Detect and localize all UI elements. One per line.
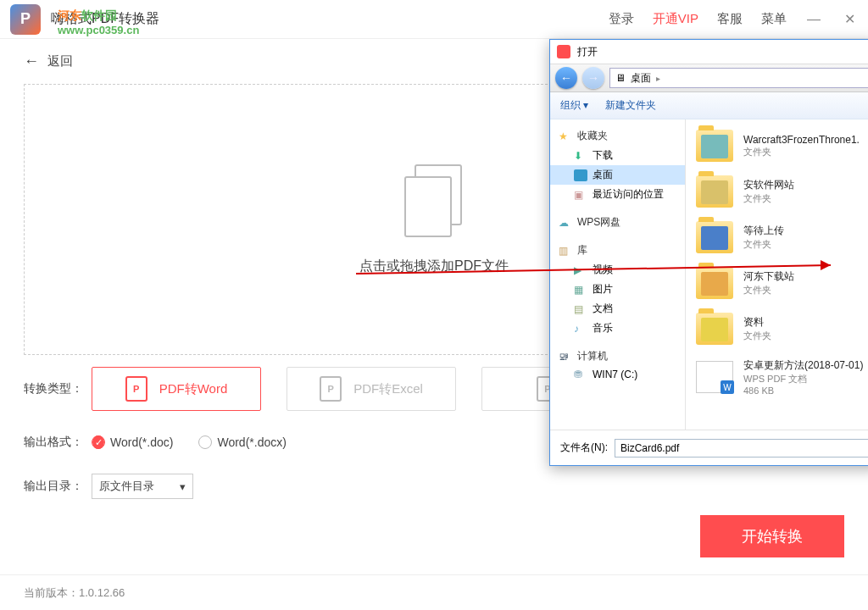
file-name: 等待上传 [743,224,784,238]
recent-icon: ▣ [574,189,587,201]
file-stack-icon [404,164,464,241]
image-icon: ▦ [574,284,587,296]
file-meta: WPS PDF 文档 [743,373,863,385]
music-icon: ♪ [574,323,587,335]
folder-tree: ★收藏夹 ⬇下载 桌面 ▣最近访问的位置 ☁WPS网盘 ▥库 ▶视频 ▦图片 ▤… [550,119,686,430]
radio-docx[interactable]: Word(*.docx) [198,435,286,449]
dialog-nav: ← → 🖥 桌面 ▸ [550,64,868,92]
close-button[interactable]: ✕ [841,11,858,28]
tree-c-drive[interactable]: ⛃WIN7 (C:) [550,366,685,383]
radio-doc[interactable]: Word(*.doc) [92,435,173,449]
file-size: 486 KB [743,385,863,396]
folder-icon [696,221,733,253]
pdf-file-icon [696,361,733,393]
chevron-down-icon: ▾ [180,480,186,493]
file-name: 河东下载站 [743,269,794,284]
file-row[interactable]: 安软件网站文件夹 [686,169,868,214]
download-icon: ⬇ [574,150,587,162]
library-icon: ▥ [559,245,572,257]
tree-music[interactable]: ♪音乐 [550,319,685,338]
nav-forward-button[interactable]: → [582,67,604,89]
filename-input[interactable] [615,439,868,458]
desktop-path-icon: 🖥 [615,72,626,84]
output-dir-label: 输出目录： [24,479,92,494]
tree-recent[interactable]: ▣最近访问的位置 [550,185,685,204]
file-row[interactable]: 等待上传文件夹 [686,214,868,260]
tree-desktop[interactable]: 桌面 [550,165,685,185]
tree-pictures[interactable]: ▦图片 [550,280,685,299]
radio-unchecked-icon [198,435,212,449]
file-meta: 文件夹 [743,284,794,297]
filename-label: 文件名(N): [560,441,608,455]
convert-type-label: 转换类型： [24,381,92,396]
drive-icon: ⛃ [574,369,587,380]
pdf-app-icon [557,45,570,58]
nav-back-button[interactable]: ← [555,67,577,89]
tree-documents[interactable]: ▤文档 [550,299,685,319]
tree-favorites[interactable]: ★收藏夹 [550,126,685,146]
watermark: 河东软件园 www.pc0359.cn [58,8,139,36]
type-pdf-to-word[interactable]: P PDF转Word [92,367,261,411]
file-name: 安卓更新方法(2018-07-01) [743,358,863,373]
file-meta: 文件夹 [743,192,794,205]
tree-wps[interactable]: ☁WPS网盘 [550,213,685,232]
file-meta: 文件夹 [743,330,771,342]
star-icon: ★ [559,130,572,142]
menu-link[interactable]: 菜单 [761,11,787,27]
file-row[interactable]: 资料文件夹 [686,306,868,352]
document-icon: ▤ [574,303,587,315]
chevron-right-icon: ▸ [656,74,660,83]
login-link[interactable]: 登录 [609,11,634,27]
computer-icon: 🖳 [559,351,572,363]
tree-computer[interactable]: 🖳计算机 [550,347,685,366]
video-icon: ▶ [574,264,587,276]
cloud-icon: ☁ [559,217,572,229]
desktop-icon [574,169,587,181]
back-arrow-icon: ← [24,53,39,70]
radio-checked-icon [92,435,105,449]
file-meta: 文件夹 [743,238,784,251]
open-file-dialog: 打开 ← → 🖥 桌面 ▸ 组织 ▾ 新建文件夹 ★收藏夹 ⬇下载 桌面 ▣最近… [549,39,868,466]
toolbar-new-folder[interactable]: 新建文件夹 [605,98,656,113]
file-name: Warcraft3FrozenThrone1. [743,134,860,146]
output-dir-section: 输出目录： 原文件目录 ▾ [0,462,868,511]
file-name: 资料 [743,315,771,330]
start-convert-button[interactable]: 开始转换 [700,515,844,557]
tree-downloads[interactable]: ⬇下载 [550,146,685,165]
vip-link[interactable]: 开通VIP [653,11,698,27]
app-logo-icon: P [10,4,41,35]
file-row[interactable]: Warcraft3FrozenThrone1.文件夹 [686,123,868,169]
tree-videos[interactable]: ▶视频 [550,260,685,280]
tree-libraries[interactable]: ▥库 [550,241,685,260]
dialog-title: 打开 [577,45,598,59]
folder-icon [696,130,733,162]
address-bar[interactable]: 🖥 桌面 ▸ [609,68,868,88]
type-pdf-to-excel[interactable]: P PDF转Excel [287,367,456,411]
dialog-titlebar: 打开 [550,40,868,64]
output-dir-select[interactable]: 原文件目录 ▾ [92,474,193,499]
file-meta: 文件夹 [743,146,860,158]
file-list: Warcraft3FrozenThrone1.文件夹安软件网站文件夹等待上传文件… [686,119,868,430]
file-row[interactable]: 河东下载站文件夹 [686,260,868,306]
footer-version: 当前版本：1.0.12.66 [0,574,868,610]
dialog-bottom: 文件名(N): [550,430,868,465]
excel-file-icon: P [320,376,342,402]
folder-icon [696,175,733,208]
folder-icon [696,267,733,299]
file-row[interactable]: 安卓更新方法(2018-07-01)WPS PDF 文档486 KB [686,352,868,402]
dialog-toolbar: 组织 ▾ 新建文件夹 [550,92,868,119]
minimize-button[interactable]: — [805,11,822,28]
service-link[interactable]: 客服 [717,11,743,27]
output-format-label: 输出格式： [24,435,92,450]
file-name: 安软件网站 [743,178,794,192]
path-segment-desktop[interactable]: 桌面 [631,71,651,86]
toolbar-organize[interactable]: 组织 ▾ [560,98,588,113]
word-file-icon: P [125,376,147,402]
back-label: 返回 [47,53,73,69]
dropzone-text: 点击或拖拽添加PDF文件 [359,258,509,275]
folder-icon [696,313,733,345]
